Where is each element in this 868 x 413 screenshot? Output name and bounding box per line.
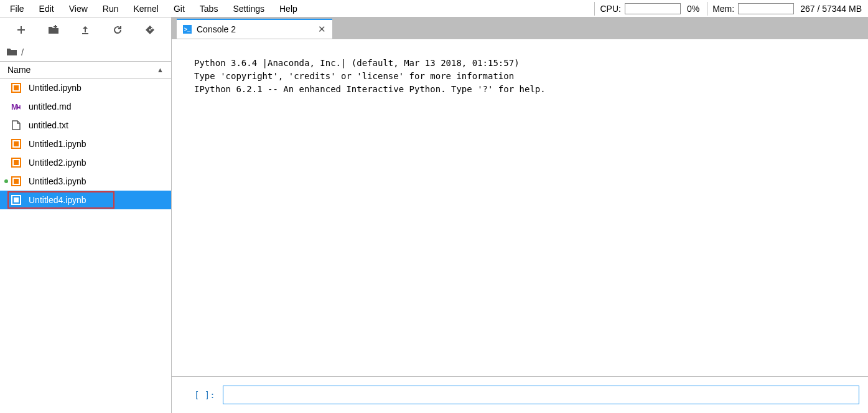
file-name: Untitled3.ipynb: [29, 176, 86, 186]
menu-help[interactable]: Help: [272, 1, 305, 16]
svg-point-5: [149, 29, 151, 31]
menu-settings[interactable]: Settings: [225, 1, 272, 16]
column-name-label: Name: [7, 65, 30, 75]
prompt-label: [ ]:: [194, 390, 215, 400]
console-panel: Python 3.6.4 |Anaconda, Inc.| (default, …: [172, 39, 868, 413]
file-item[interactable]: M untitled.md: [0, 97, 171, 116]
menu-kernel[interactable]: Kernel: [126, 1, 166, 16]
notebook-icon: [11, 176, 21, 186]
upload-button[interactable]: [75, 20, 95, 40]
notebook-icon: [11, 83, 21, 93]
tab-bar: >_ Console 2 ✕: [172, 17, 868, 39]
text-file-icon: [11, 120, 21, 130]
refresh-button[interactable]: [108, 20, 128, 40]
file-item[interactable]: Untitled2.ipynb: [0, 153, 171, 172]
close-tab-button[interactable]: ✕: [306, 24, 326, 35]
file-name: untitled.txt: [29, 120, 68, 130]
menu-view[interactable]: View: [62, 1, 95, 16]
tab-label: Console 2: [197, 24, 236, 34]
main-content: >_ Console 2 ✕ Python 3.6.4 |Anaconda, I…: [172, 17, 868, 413]
git-button[interactable]: [140, 20, 160, 40]
mem-value: 267 / 57344 MB: [796, 4, 866, 14]
svg-rect-8: [14, 85, 19, 90]
file-item[interactable]: Untitled.ipynb: [0, 78, 171, 97]
mem-label: Mem:: [711, 4, 735, 14]
file-item[interactable]: Untitled3.ipynb: [0, 172, 171, 191]
console-input-row: [ ]:: [172, 376, 868, 413]
file-name: Untitled.ipynb: [29, 83, 82, 93]
file-name: Untitled2.ipynb: [29, 158, 86, 168]
file-item[interactable]: untitled.txt: [0, 116, 171, 135]
file-item[interactable]: Untitled4.ipynb: [0, 191, 171, 209]
breadcrumb-root: /: [21, 47, 24, 57]
resource-status: CPU: 0% Mem: 267 / 57344 MB: [590, 0, 866, 17]
file-browser-sidebar: / Name ▲ Untitled.ipynb M untitled.md: [0, 17, 172, 413]
folder-icon: [6, 47, 17, 56]
svg-text:M: M: [11, 102, 18, 112]
svg-rect-3: [54, 26, 57, 27]
menu-git[interactable]: Git: [166, 1, 192, 16]
file-name: untitled.md: [29, 102, 71, 112]
cpu-meter: [625, 3, 681, 14]
new-launcher-button[interactable]: [11, 20, 31, 40]
notebook-icon: [11, 195, 21, 205]
menu-edit[interactable]: Edit: [32, 1, 62, 16]
console-output: Python 3.6.4 |Anaconda, Inc.| (default, …: [172, 39, 868, 376]
file-name: Untitled1.ipynb: [29, 139, 86, 149]
markdown-icon: M: [11, 102, 21, 112]
running-indicator-icon: [4, 179, 8, 183]
file-name: Untitled4.ipynb: [29, 195, 86, 205]
svg-rect-15: [14, 179, 19, 184]
notebook-icon: [11, 139, 21, 149]
file-browser-toolbar: [0, 17, 171, 42]
menu-run[interactable]: Run: [95, 1, 126, 16]
breadcrumb[interactable]: /: [0, 42, 171, 61]
tab-console[interactable]: >_ Console 2 ✕: [177, 19, 332, 39]
svg-rect-11: [14, 141, 19, 146]
svg-rect-13: [14, 160, 19, 165]
cpu-value: 0%: [683, 4, 703, 14]
console-icon: >_: [183, 25, 192, 34]
file-list-header[interactable]: Name ▲: [0, 61, 171, 78]
svg-point-6: [151, 28, 153, 30]
mem-meter: [738, 3, 794, 14]
menu-bar: File Edit View Run Kernel Git Tabs Setti…: [0, 0, 868, 17]
sort-ascending-icon: ▲: [157, 66, 164, 74]
console-input[interactable]: [223, 386, 859, 404]
svg-rect-17: [14, 197, 19, 202]
notebook-icon: [11, 158, 21, 168]
file-item[interactable]: Untitled1.ipynb: [0, 135, 171, 153]
cpu-label: CPU:: [599, 4, 622, 14]
menu-tabs[interactable]: Tabs: [192, 1, 226, 16]
svg-rect-4: [82, 33, 88, 34]
file-list: Untitled.ipynb M untitled.md untitled.tx…: [0, 78, 171, 413]
menu-file[interactable]: File: [2, 1, 32, 16]
new-folder-button[interactable]: [44, 20, 63, 40]
